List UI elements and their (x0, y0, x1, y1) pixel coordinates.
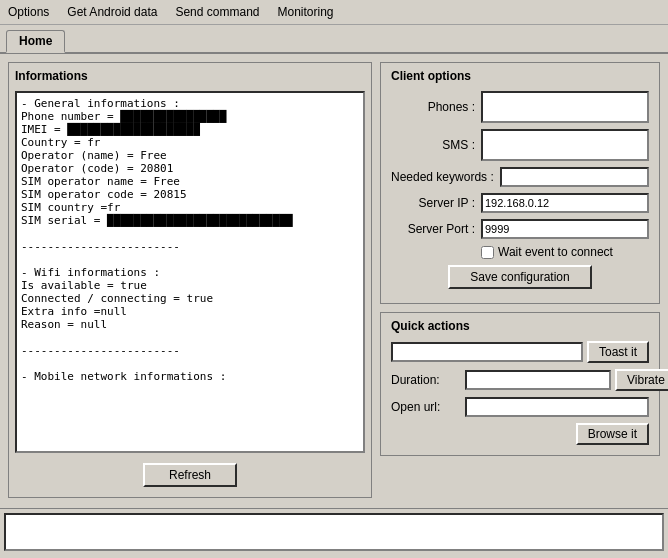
open-url-input[interactable] (465, 397, 649, 417)
browse-button[interactable]: Browse it (576, 423, 649, 445)
menu-send-command[interactable]: Send command (171, 3, 263, 21)
needed-keywords-input[interactable] (500, 167, 649, 187)
server-port-label: Server Port : (391, 222, 481, 236)
duration-input[interactable] (465, 370, 611, 390)
toast-row: Toast it (391, 341, 649, 363)
wait-event-label: Wait event to connect (498, 245, 613, 259)
phones-input[interactable] (481, 91, 649, 123)
duration-row: Duration: Vibrate (391, 369, 649, 391)
server-ip-row: Server IP : (391, 193, 649, 213)
server-port-input[interactable] (481, 219, 649, 239)
wait-event-row: Wait event to connect (391, 245, 649, 259)
phones-label: Phones : (391, 100, 481, 114)
status-inner (4, 513, 664, 551)
main-content: Informations - General informations : Ph… (0, 54, 668, 506)
server-port-row: Server Port : (391, 219, 649, 239)
panel-informations: Informations - General informations : Ph… (8, 62, 372, 498)
panel-right: Client options Phones : SMS : Needed key… (380, 62, 660, 498)
status-bar (0, 508, 668, 558)
menu-get-android-data[interactable]: Get Android data (63, 3, 161, 21)
wait-event-checkbox[interactable] (481, 246, 494, 259)
toast-button[interactable]: Toast it (587, 341, 649, 363)
client-options-box: Client options Phones : SMS : Needed key… (380, 62, 660, 304)
phones-row: Phones : (391, 91, 649, 123)
informations-title: Informations (15, 69, 365, 83)
vibrate-button[interactable]: Vibrate (615, 369, 668, 391)
menu-monitoring[interactable]: Monitoring (273, 3, 337, 21)
server-ip-label: Server IP : (391, 196, 481, 210)
tab-bar: Home (0, 25, 668, 54)
sms-input[interactable] (481, 129, 649, 161)
sms-row: SMS : (391, 129, 649, 161)
menubar: Options Get Android data Send command Mo… (0, 0, 668, 25)
info-textarea[interactable]: - General informations : Phone number = … (15, 91, 365, 453)
tab-home[interactable]: Home (6, 30, 65, 53)
sms-label: SMS : (391, 138, 481, 152)
save-config-button[interactable]: Save configuration (448, 265, 591, 289)
needed-keywords-label: Needed keywords : (391, 170, 500, 184)
client-options-title: Client options (391, 69, 649, 83)
toast-input[interactable] (391, 342, 583, 362)
needed-keywords-row: Needed keywords : (391, 167, 649, 187)
quick-actions-box: Quick actions Toast it Duration: Vibrate… (380, 312, 660, 456)
open-url-row: Open url: (391, 397, 649, 417)
menu-options[interactable]: Options (4, 3, 53, 21)
quick-actions-title: Quick actions (391, 319, 649, 333)
open-url-label: Open url: (391, 400, 461, 414)
refresh-button[interactable]: Refresh (143, 463, 237, 487)
server-ip-input[interactable] (481, 193, 649, 213)
duration-label: Duration: (391, 373, 461, 387)
